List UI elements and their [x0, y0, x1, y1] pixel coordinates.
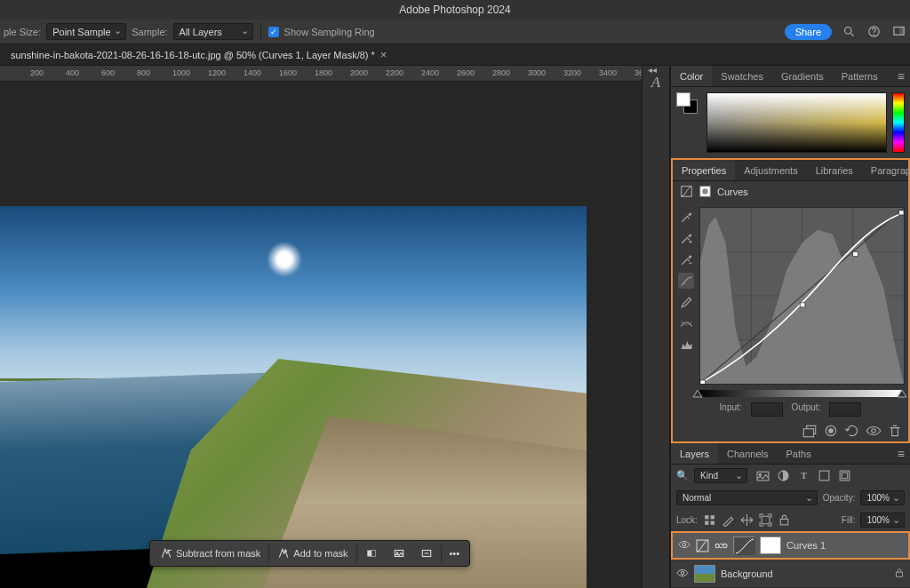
tab-gradients[interactable]: Gradients: [772, 66, 833, 86]
canvas-area[interactable]: 0200400600800100012001400160018002000220…: [0, 66, 642, 588]
show-sampling-ring-checkbox[interactable]: ✓: [268, 27, 279, 37]
mask-thumb[interactable]: [760, 536, 781, 554]
lock-all-icon[interactable]: [778, 513, 791, 527]
tab-properties[interactable]: Properties: [673, 160, 735, 180]
app-titlebar: Adobe Photoshop 2024: [0, 0, 910, 20]
delete-adjustment-icon[interactable]: [887, 424, 903, 438]
visibility-icon[interactable]: [678, 538, 690, 552]
output-field[interactable]: [829, 402, 861, 417]
svg-rect-25: [800, 303, 805, 307]
link-icon[interactable]: [714, 539, 728, 552]
tab-paths[interactable]: Paths: [778, 443, 820, 464]
add-label: Add to mask: [293, 548, 347, 559]
generative-fill-button[interactable]: [386, 544, 412, 563]
ruler-mark: 3400: [599, 68, 617, 77]
help-icon[interactable]: [866, 24, 882, 40]
ruler-mark: 1000: [172, 68, 190, 77]
svg-rect-29: [803, 429, 813, 437]
layer-row-background[interactable]: Background: [671, 560, 910, 588]
tab-paragraph[interactable]: Paragraph: [862, 160, 910, 180]
sample-dropdown[interactable]: All Layers: [173, 23, 253, 40]
layer-thumb[interactable]: [694, 565, 715, 583]
fill-dropdown[interactable]: 100%: [860, 513, 905, 528]
layer-row-curves[interactable]: Curves 1: [671, 531, 910, 560]
tab-patterns[interactable]: Patterns: [833, 66, 887, 86]
svg-rect-39: [705, 515, 708, 519]
color-spectrum[interactable]: [706, 92, 887, 153]
add-to-mask-button[interactable]: Add to mask: [270, 544, 355, 563]
contextual-taskbar: Subtract from mask Add to mask •••: [149, 540, 470, 567]
document-tab-label: sunshine-in-bakota-2021-08-26-16-16-18-u…: [11, 50, 375, 60]
filter-smart-icon[interactable]: [838, 469, 851, 482]
curves-graph[interactable]: [699, 207, 905, 385]
svg-point-50: [681, 571, 684, 575]
filter-type-icon[interactable]: T: [797, 469, 810, 482]
svg-point-16: [702, 188, 708, 195]
filter-adjustment-icon[interactable]: [777, 469, 790, 482]
sample-size-dropdown[interactable]: Point Sample: [46, 23, 126, 40]
reset-icon[interactable]: [844, 424, 860, 438]
tab-adjustments[interactable]: Adjustments: [735, 160, 807, 180]
filter-shape-icon[interactable]: [818, 469, 831, 482]
ruler-mark: 2200: [386, 68, 403, 77]
adjustment-thumb[interactable]: [733, 536, 754, 554]
eyedropper-plus-icon[interactable]: [678, 230, 694, 246]
document-tab[interactable]: sunshine-in-bakota-2021-08-26-16-16-18-u…: [4, 48, 394, 61]
mask-icon[interactable]: [698, 185, 712, 198]
input-field[interactable]: [751, 402, 783, 417]
tab-layers[interactable]: Layers: [671, 443, 718, 464]
tab-channels[interactable]: Channels: [718, 443, 777, 464]
layer-name[interactable]: Curves 1: [786, 540, 826, 551]
foreground-color-swatch[interactable]: [676, 92, 690, 107]
curve-edit-icon[interactable]: [678, 273, 694, 289]
tab-swatches[interactable]: Swatches: [712, 66, 772, 86]
lock-move-icon[interactable]: [740, 513, 754, 527]
ruler-mark: 200: [30, 68, 44, 77]
expand-rail-icon[interactable]: ◂◂: [648, 65, 657, 75]
svg-rect-27: [898, 211, 904, 215]
tab-libraries[interactable]: Libraries: [807, 160, 862, 180]
auto-icon[interactable]: [678, 337, 694, 353]
lock-position-icon[interactable]: [722, 513, 735, 527]
search-icon[interactable]: [841, 24, 857, 40]
sample-label: Sample:: [132, 27, 167, 37]
svg-rect-40: [710, 515, 714, 519]
foreground-background-swatch[interactable]: [676, 92, 701, 153]
eyedropper-minus-icon[interactable]: [678, 251, 694, 267]
eyedropper-icon[interactable]: [678, 209, 694, 225]
show-sampling-ring-label: Show Sampling Ring: [284, 27, 375, 37]
workspace-icon[interactable]: [890, 24, 906, 40]
taskbar-extra-button[interactable]: [413, 544, 440, 563]
filter-pixel-icon[interactable]: [756, 469, 770, 482]
svg-line-1: [850, 33, 853, 36]
layer-list: Curves 1 Background: [671, 531, 910, 588]
ruler-mark: 3000: [528, 68, 546, 77]
share-button[interactable]: Share: [785, 24, 832, 40]
close-tab-icon[interactable]: ×: [380, 48, 387, 61]
smooth-icon[interactable]: [678, 315, 694, 331]
toggle-visibility-icon[interactable]: [866, 424, 882, 438]
visibility-icon[interactable]: [676, 567, 689, 581]
tab-color[interactable]: Color: [671, 66, 712, 86]
panel-menu-icon[interactable]: ≡: [892, 447, 910, 461]
view-previous-icon[interactable]: [823, 424, 839, 438]
panel-menu-icon[interactable]: ≡: [892, 69, 910, 83]
canvas[interactable]: [0, 206, 587, 588]
subtract-from-mask-button[interactable]: Subtract from mask: [153, 544, 267, 563]
layer-filter-dropdown[interactable]: Kind: [694, 468, 747, 483]
lock-artboard-icon[interactable]: [759, 513, 772, 527]
hue-slider[interactable]: [892, 92, 905, 153]
ruler-mark: 1400: [243, 68, 261, 77]
curves-tool-column: [676, 207, 696, 385]
svg-rect-42: [710, 521, 714, 525]
clip-to-layer-icon[interactable]: [802, 424, 818, 438]
curves-adjustment-icon: [680, 185, 693, 198]
more-options-icon[interactable]: •••: [443, 544, 467, 562]
opacity-dropdown[interactable]: 100%: [860, 490, 905, 505]
lock-pixels-icon[interactable]: [703, 513, 716, 527]
lock-icon[interactable]: [894, 568, 905, 580]
blend-mode-dropdown[interactable]: Normal: [676, 490, 818, 505]
layer-name[interactable]: Background: [721, 568, 773, 579]
pencil-icon[interactable]: [678, 294, 694, 310]
invert-mask-button[interactable]: [358, 544, 385, 563]
